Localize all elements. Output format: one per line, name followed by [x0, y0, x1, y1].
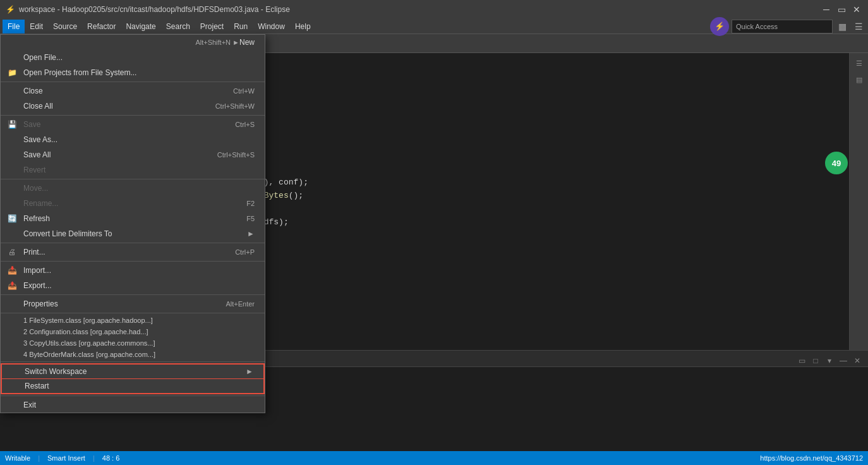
menu-open-projects[interactable]: 📁 Open Projects from File System...: [1, 65, 265, 80]
menu-convert-line[interactable]: Convert Line Delimiters To ►: [1, 226, 265, 241]
menu-close-shortcut: Ctrl+W: [233, 87, 255, 95]
menu-file[interactable]: File: [3, 20, 25, 33]
view-btn-2[interactable]: ☰: [852, 20, 865, 33]
menu-save: 💾 Save Ctrl+S: [1, 117, 265, 132]
view-btn-1[interactable]: ▦: [835, 20, 849, 33]
refresh-icon: 🔄: [6, 214, 18, 223]
menu-revert: Revert: [1, 162, 265, 178]
menu-save-shortcut: Ctrl+S: [235, 121, 255, 128]
menu-properties[interactable]: Properties Alt+Enter: [1, 296, 265, 311]
menu-new[interactable]: Alt+Shift+N ► New: [1, 35, 265, 50]
menu-sep-4: [1, 243, 265, 243]
menu-print[interactable]: 🖨 Print... Ctrl+P: [1, 245, 265, 260]
title-bar: ⚡ workspace - Hadoop0205/src/cn/itcast/h…: [0, 0, 868, 19]
panel-maximize-btn[interactable]: □: [810, 355, 821, 366]
menu-properties-shortcut: Alt+Enter: [226, 300, 255, 308]
eclipse-logo: ⚡: [710, 17, 729, 36]
file-menu-dropdown: Alt+Shift+N ► New Open File... 📁 Open Pr…: [0, 34, 265, 413]
quick-access-label: Quick Access: [736, 23, 778, 30]
menu-refresh[interactable]: 🔄 Refresh F5: [1, 211, 265, 226]
maximize-button[interactable]: ▭: [835, 3, 848, 16]
menu-close-all-shortcut: Ctrl+Shift+W: [215, 102, 255, 110]
menu-source[interactable]: Source: [48, 20, 82, 33]
menu-window[interactable]: Window: [253, 20, 290, 33]
menu-close[interactable]: Close Ctrl+W: [1, 83, 265, 99]
menu-import[interactable]: 📥 Import...: [1, 263, 265, 278]
menu-save-all-shortcut: Ctrl+Shift+S: [217, 151, 255, 159]
recent-1[interactable]: 1 FileSystem.class [org.apache.hadoop...…: [1, 315, 265, 326]
menu-help[interactable]: Help: [290, 20, 316, 33]
notification-badge: 49: [825, 152, 848, 174]
menu-search[interactable]: Search: [161, 20, 195, 33]
file-menu: Alt+Shift+N ► New Open File... 📁 Open Pr…: [0, 34, 265, 413]
import-icon: 📥: [6, 266, 18, 275]
status-sep-2: |: [93, 454, 95, 462]
menu-save-as[interactable]: Save As...: [1, 132, 265, 147]
menu-sep-7: [1, 313, 265, 313]
panel-minimize-btn[interactable]: ▭: [796, 355, 807, 366]
panel-icons: ▭ □ ▾ — ✕: [793, 355, 865, 366]
menu-print-shortcut: Ctrl+P: [235, 248, 255, 256]
menu-restart[interactable]: Restart: [1, 379, 265, 394]
menu-edit[interactable]: Edit: [25, 20, 48, 33]
eclipse-icon: ⚡: [5, 4, 15, 15]
menu-refactor[interactable]: Refactor: [82, 20, 121, 33]
recent-4[interactable]: 4 ByteOrderMark.class [org.apache.com...…: [1, 349, 265, 360]
menu-switch-workspace[interactable]: Switch Workspace ►: [1, 363, 265, 379]
open-projects-icon: 📁: [6, 68, 18, 77]
save-icon: 💾: [6, 120, 18, 129]
right-panel-btn-2[interactable]: ▤: [852, 72, 867, 87]
menu-exit[interactable]: Exit: [1, 397, 265, 413]
panel-view-btn[interactable]: ▾: [824, 355, 835, 366]
menu-sep-5: [1, 261, 265, 262]
recent-2[interactable]: 2 Configuration.class [org.apache.had...…: [1, 326, 265, 337]
menu-sep-9: [1, 396, 265, 396]
convert-arrow: ►: [247, 229, 255, 238]
panel-expand-btn[interactable]: ✕: [852, 355, 863, 366]
status-writable: Writable: [5, 454, 30, 462]
menu-sep-3: [1, 179, 265, 179]
menu-rename-shortcut: F2: [246, 200, 255, 207]
minimize-button[interactable]: ─: [820, 3, 833, 16]
print-icon: 🖨: [6, 248, 18, 257]
recent-3[interactable]: 3 CopyUtils.class [org.apache.commons...…: [1, 337, 265, 349]
menu-sep-8: [1, 361, 265, 362]
right-panel-btn-1[interactable]: ☰: [852, 56, 867, 71]
menu-navigate[interactable]: Navigate: [121, 20, 160, 33]
menu-new-shortcut: Alt+Shift+N ►: [195, 39, 239, 46]
status-position: 48 : 6: [102, 454, 120, 462]
status-bar: Writable | Smart Insert | 48 : 6 https:/…: [0, 451, 868, 465]
menu-refresh-shortcut: F5: [246, 215, 255, 222]
switch-workspace-arrow: ►: [246, 367, 253, 376]
menu-save-all[interactable]: Save All Ctrl+Shift+S: [1, 147, 265, 162]
status-url: https://blog.csdn.net/qq_4343712: [760, 454, 863, 462]
menu-sep-6: [1, 294, 265, 295]
menu-export[interactable]: 📤 Export...: [1, 278, 265, 293]
status-insert-mode: Smart Insert: [47, 454, 85, 462]
menu-move: Move...: [1, 181, 265, 196]
highlighted-section: Switch Workspace ► Restart: [1, 363, 265, 394]
menu-rename: Rename... F2: [1, 196, 265, 211]
status-sep-1: |: [38, 454, 40, 462]
panel-close-btn[interactable]: —: [838, 355, 849, 366]
window-title: workspace - Hadoop0205/src/cn/itcast/had…: [19, 5, 820, 14]
close-button[interactable]: ✕: [850, 3, 863, 16]
quick-access-input[interactable]: Quick Access: [732, 20, 833, 33]
menu-close-all[interactable]: Close All Ctrl+Shift+W: [1, 99, 265, 114]
menu-run[interactable]: Run: [229, 20, 253, 33]
menu-bar: File Edit Source Refactor Navigate Searc…: [0, 19, 868, 34]
menu-sep-2: [1, 115, 265, 116]
menu-project[interactable]: Project: [195, 20, 229, 33]
export-icon: 📤: [6, 281, 18, 290]
menu-open-file[interactable]: Open File...: [1, 50, 265, 65]
menu-sep-1: [1, 82, 265, 82]
